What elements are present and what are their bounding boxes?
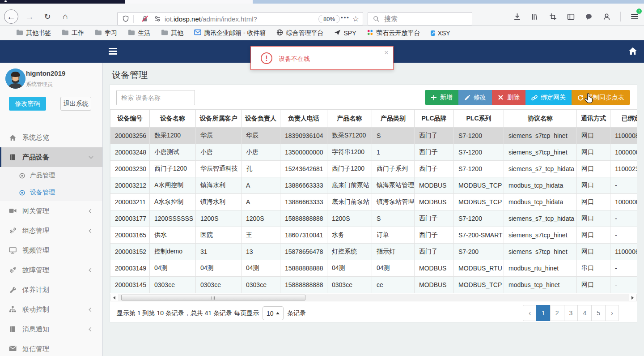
sidebar-item-fault[interactable]: 故障管理 [0,260,102,280]
table-header-row: 设备编号设备名称设备所属客户设备负责人负责人电话产品名称产品类别PLC品牌PLC… [110,110,637,128]
bookmark-star-icon[interactable]: ☆ [352,14,359,24]
table-row[interactable]: 2000031450303ce0303ce0303ce1588888888803… [110,277,637,293]
insecure-lock-icon[interactable] [140,14,149,23]
table-row[interactable]: 200003230西门子1200华辰智通科技孔15243642681西门子120… [110,161,637,177]
bookmark-item[interactable]: 其他书签 [16,29,51,37]
url-text[interactable]: iot.idosp.net/admin/index.html? [165,15,257,23]
table-cell: S [372,210,415,227]
table-cell: siemens_s7tcp_hinet [504,144,577,161]
table-row[interactable]: 200003165供水医院王18607310041水务订单西门子S7-200-S… [110,227,637,244]
edit-button[interactable]: 修改 [458,90,492,105]
page-size-dropdown[interactable]: 10 [263,306,284,320]
change-password-button[interactable]: 修改密码 [9,97,46,111]
chevron-left-icon [89,209,93,214]
sidebar-item-label: 联动控制 [22,305,49,314]
bookmark-item[interactable]: 工作 [62,29,84,37]
scroll-left-arrow[interactable] [110,294,118,301]
bookmark-label: 其他 [171,29,183,37]
menu-hamburger-icon[interactable]: ↑ [631,13,639,21]
sidebar-item-overview[interactable]: 系统总览 [0,128,102,147]
app-home-icon[interactable] [628,46,638,57]
column-header: 产品类别 [372,110,415,128]
bookmark-item[interactable]: 生活 [128,29,150,37]
sidebar-collapse-icon[interactable] [109,48,117,55]
table-row[interactable]: 200003152控制demo311315878656478灯控系统指示灯西门子… [110,244,637,260]
sidebar-item-label: 视频管理 [22,246,49,255]
pagination-page-3[interactable]: 3 [564,305,578,321]
delete-button[interactable]: 删除 [492,90,525,105]
gears-icon [9,227,17,235]
screenshot-icon[interactable] [549,13,557,21]
shield-icon[interactable] [121,14,130,23]
sidebar-item-scada[interactable]: 组态管理 [0,221,102,240]
browser-home-button[interactable]: ⌂ [58,9,72,24]
bookmark-item[interactable]: SPY [334,29,356,37]
table-cell: 200003256 [110,128,150,144]
pagination-next[interactable]: › [605,305,619,321]
inactive-tab[interactable] [125,0,253,4]
bookmark-item[interactable]: 综合管理平台 [276,29,323,37]
pagination-page-5[interactable]: 5 [591,305,606,321]
page-actions-icon[interactable]: ••• [341,14,350,21]
bookmark-item[interactable]: 萤石云开放平台 [367,29,420,37]
chevron-left-icon [89,229,93,233]
table-row[interactable]: 200003248小唐测试小唐小唐13500000000字符串12001西门子S… [110,144,637,161]
sidebar-item-product-mgmt[interactable]: 产品管理 [0,167,102,184]
table-cell: MODBUS [415,260,454,277]
url-bar[interactable]: iot.idosp.net/admin/index.html? 80% ••• … [117,12,363,26]
table-row[interactable]: 20000314904测04测04测1588888888804测04测MODBU… [110,260,637,277]
account-icon[interactable] [602,13,610,21]
table-cell: 小唐 [196,144,242,161]
pagination-prev[interactable]: ‹ [523,305,537,321]
bind-gateway-button[interactable]: 绑定网关 [525,90,572,105]
horizontal-scrollbar[interactable] [110,294,637,301]
table-cell: 0303ce [196,277,242,293]
add-button[interactable]: 新增 [425,90,458,105]
table-cell: 华辰 [242,128,280,144]
alert-close-icon[interactable]: × [384,48,389,57]
scroll-right-arrow[interactable] [629,294,636,301]
sidebar-item-device-mgmt[interactable]: 设备管理 [0,184,102,201]
sidebar-item-video[interactable]: 视频管理 [0,240,102,260]
table-row[interactable]: 2000031771200SSSSSS1200S1200S15888888888… [110,210,637,227]
bookmark-item[interactable]: 学习 [95,29,117,37]
sidebar-item-product-device[interactable]: 产品设备 [0,147,102,167]
pocket-chat-icon[interactable] [585,13,593,21]
reload-button[interactable]: ↻ [40,9,55,24]
pagination-page-1[interactable]: 1 [536,305,551,321]
bookmark-item[interactable]: 其他 [161,29,183,37]
table-row[interactable]: 200003256数采1200华辰华辰18390936104数采S71200S西… [110,128,637,144]
sidebar-item-maintenance[interactable]: 保养计划 [0,280,102,300]
pagination-page-2[interactable]: 2 [550,305,564,321]
pagination-page-4[interactable]: 4 [577,305,592,321]
avatar[interactable] [5,69,25,89]
download-icon[interactable] [513,13,521,21]
table-cell: - [610,227,637,244]
force-sync-button[interactable]: 强制同步点表 [572,90,630,105]
logout-button[interactable]: 退出系统 [60,97,91,111]
bookmark-item[interactable]: ↗XSY [431,29,450,37]
table-row[interactable]: 200003211A水泵控制镇海水利A13886663333底来门前泵站镇海泵站… [110,194,637,210]
table-cell: 字符串1200 [327,144,372,161]
sidebar-item-linkage[interactable]: 联动控制 [0,300,102,319]
library-icon[interactable] [531,13,539,21]
forward-button[interactable]: → [22,9,37,24]
permissions-icon[interactable] [153,14,162,23]
active-tab[interactable] [0,0,125,4]
sidebar-item-gateway[interactable]: 网关管理 [0,201,102,221]
sidebar-item-message[interactable]: 消息通知 [0,319,102,339]
sidebar-toggle-icon[interactable] [567,13,575,21]
user-role: 系统管理员 [26,81,53,88]
back-button[interactable]: ← [4,9,18,24]
table-cell: 西门子1200 [327,161,372,177]
table-row[interactable]: 200003212A水闸控制镇海水利A13886663333底来门前泵站镇海泵站… [110,177,637,194]
device-search-input[interactable] [116,90,195,105]
browser-search-box[interactable]: 搜索 [368,12,472,26]
table-cell: 1100023 [610,161,637,177]
table-cell: 网口 [577,227,610,244]
zoom-level-badge[interactable]: 80% [318,15,340,23]
sidebar-item-sms[interactable]: 短信管理 [0,339,102,356]
scrollbar-thumb[interactable] [121,295,305,300]
bookmark-item[interactable]: 腾讯企业邮箱 - 收件箱 [194,29,266,37]
circle-icon [19,189,25,196]
